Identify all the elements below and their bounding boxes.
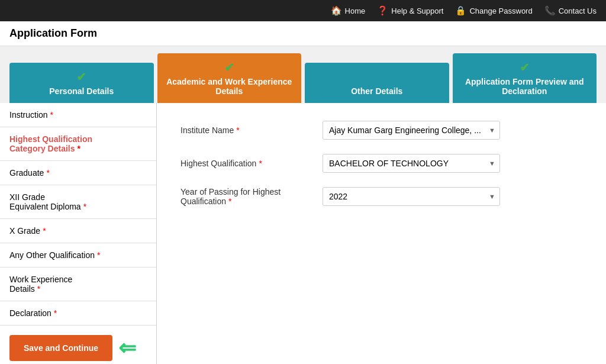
change-password-label: Change Password bbox=[469, 7, 532, 15]
sidebar-item-xii-grade[interactable]: XII GradeEquivalent Diploma* bbox=[0, 185, 156, 219]
year-passing-select-wrapper: 2022 bbox=[323, 187, 500, 206]
sidebar-item-declaration[interactable]: Declaration* bbox=[0, 301, 156, 326]
home-icon: 🏠 bbox=[331, 5, 342, 16]
form-area: Institute Name* Ajay Kumar Garg Engineer… bbox=[157, 103, 606, 364]
main-content: Instruction* Highest QualificationCatego… bbox=[0, 103, 606, 364]
sidebar-declaration-label: Declaration bbox=[9, 308, 51, 318]
step-personal[interactable]: ✔ Personal Details bbox=[9, 63, 154, 103]
home-label: Home bbox=[345, 7, 366, 15]
help-nav[interactable]: ❓ Help & Support bbox=[377, 5, 443, 16]
step-academic[interactable]: ✔ Academic and Work Experience Details bbox=[157, 53, 302, 103]
form-row-highest-qual: Highest Qualification* BACHELOR OF TECHN… bbox=[180, 154, 582, 173]
sidebar-xii-label: XII GradeEquivalent Diploma bbox=[9, 192, 81, 211]
page-title: Application Form bbox=[9, 27, 97, 39]
step-personal-check: ✔ bbox=[14, 70, 149, 84]
sidebar-item-work-exp[interactable]: Work ExperienceDetails* bbox=[0, 268, 156, 301]
topbar: 🏠 Home ❓ Help & Support 🔒 Change Passwor… bbox=[0, 0, 606, 21]
step-academic-label: Academic and Work Experience Details bbox=[166, 77, 292, 96]
sidebar: Instruction* Highest QualificationCatego… bbox=[0, 103, 157, 364]
form-row-institute: Institute Name* Ajay Kumar Garg Engineer… bbox=[180, 121, 582, 140]
sidebar-instruction-label: Instruction bbox=[9, 110, 48, 120]
sidebar-x-grade-label: X Grade bbox=[9, 226, 40, 236]
steps-row: ✔ Personal Details ✔ Academic and Work E… bbox=[0, 46, 606, 103]
institute-name-select[interactable]: Ajay Kumar Garg Engineering College, ... bbox=[323, 121, 500, 140]
sidebar-any-other-label: Any Other Qualification bbox=[9, 250, 95, 260]
contact-us-label: Contact Us bbox=[559, 7, 597, 15]
sidebar-work-exp-label: Work ExperienceDetails bbox=[9, 275, 72, 294]
phone-icon: 📞 bbox=[544, 5, 556, 16]
sidebar-item-instruction[interactable]: Instruction* bbox=[0, 103, 156, 127]
help-icon: ❓ bbox=[377, 5, 388, 16]
form-row-year-passing: Year of Passing for Highest Qualificatio… bbox=[180, 187, 582, 206]
steps-wrapper: ✔ Personal Details ✔ Academic and Work E… bbox=[0, 46, 606, 103]
step-other[interactable]: ✔ Other Details bbox=[305, 63, 449, 103]
contact-us-nav[interactable]: 📞 Contact Us bbox=[544, 5, 597, 16]
arrow-right-icon: ⇐ bbox=[118, 336, 136, 360]
institute-name-label: Institute Name* bbox=[180, 125, 311, 135]
institute-name-select-wrapper: Ajay Kumar Garg Engineering College, ... bbox=[323, 121, 500, 140]
highest-qualification-select[interactable]: BACHELOR OF TECHNOLOGY bbox=[323, 154, 500, 173]
change-password-nav[interactable]: 🔒 Change Password bbox=[455, 5, 532, 16]
year-of-passing-select[interactable]: 2022 bbox=[323, 187, 500, 206]
sidebar-item-any-other[interactable]: Any Other Qualification* bbox=[0, 243, 156, 268]
step-other-label: Other Details bbox=[351, 86, 402, 96]
lock-icon: 🔒 bbox=[455, 5, 466, 16]
step-preview-check: ✔ bbox=[457, 60, 592, 75]
step-preview-label: Application Form Preview and Declaration bbox=[465, 77, 584, 96]
year-passing-label: Year of Passing for Highest Qualificatio… bbox=[180, 187, 311, 206]
sidebar-graduate-label: Graduate bbox=[9, 168, 44, 178]
save-btn-area: Save and Continue ⇐ bbox=[0, 326, 156, 364]
step-personal-label: Personal Details bbox=[49, 86, 114, 96]
home-nav[interactable]: 🏠 Home bbox=[331, 5, 366, 16]
step-preview[interactable]: ✔ Application Form Preview and Declarati… bbox=[453, 53, 597, 103]
step-academic-check: ✔ bbox=[162, 60, 297, 75]
page-title-bar: Application Form bbox=[0, 21, 606, 46]
sidebar-item-highest-qual[interactable]: Highest QualificationCategory Details* bbox=[0, 127, 156, 161]
sidebar-item-x-grade[interactable]: X Grade* bbox=[0, 219, 156, 243]
save-continue-button[interactable]: Save and Continue bbox=[9, 335, 112, 361]
highest-qual-select-wrapper: BACHELOR OF TECHNOLOGY bbox=[323, 154, 500, 173]
help-label: Help & Support bbox=[391, 7, 443, 15]
highest-qual-label: Highest Qualification* bbox=[180, 159, 311, 168]
sidebar-item-graduate[interactable]: Graduate* bbox=[0, 161, 156, 185]
